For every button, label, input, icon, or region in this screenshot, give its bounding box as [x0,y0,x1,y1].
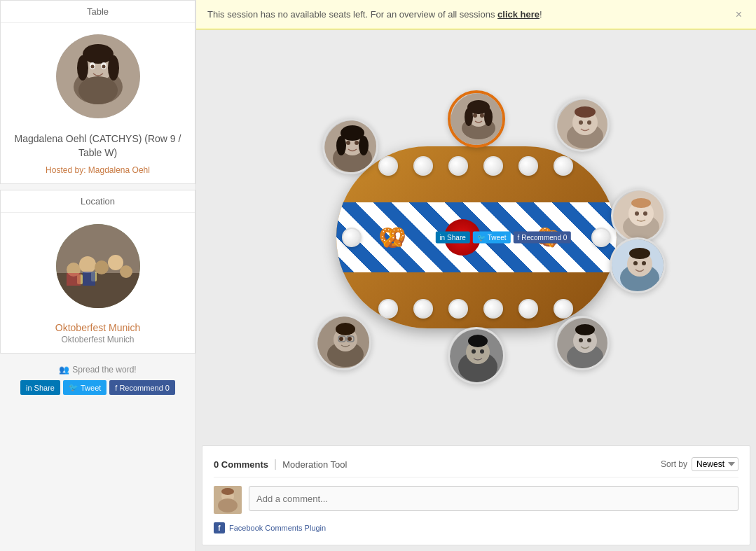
svg-point-53 [336,323,355,335]
person-avatar-top-left [322,118,378,174]
svg-point-26 [465,108,473,126]
person-avatar-far-right [611,188,666,243]
comment-user-avatar-image [214,486,242,514]
table-twitter-button[interactable]: 🐦 Tweet [473,232,511,244]
moderation-tool-link[interactable]: Moderation Tool [282,459,347,470]
location-image [56,224,140,308]
comment-input[interactable] [249,486,738,511]
plate [378,299,398,319]
twitter-icon: 🐦 [477,234,486,242]
plate [518,299,538,319]
spread-section: 👥 Spread the word! [0,359,195,380]
svg-point-34 [579,120,583,125]
location-avatar-container [1,213,195,319]
comment-user-avatar [214,486,242,514]
svg-point-81 [221,488,234,495]
svg-point-69 [579,338,583,342]
facebook-plugin-link[interactable]: Facebook Comments Plugin [229,524,326,532]
hosted-by: Hosted by: Magdalena Oehl [1,162,195,183]
svg-point-76 [633,261,638,265]
location-avatar [56,224,140,308]
person-avatar-bottom-center [448,327,505,384]
svg-point-4 [77,55,88,81]
svg-point-40 [635,211,639,216]
svg-point-33 [575,106,596,118]
sidebar-tweet-label: Tweet [81,384,101,392]
pretzel-left: 🥨 [378,224,406,251]
notification-message: This session has no available seats left… [207,9,497,20]
person-avatar-top-right [555,97,610,152]
svg-rect-20 [67,273,81,286]
person-face-6 [450,329,505,384]
notification-close-button[interactable]: × [733,8,745,21]
person-face-5 [317,316,371,370]
spread-icon: 👥 [59,365,69,375]
svg-point-70 [587,338,591,342]
svg-point-35 [587,120,591,125]
sort-by-label: Sort by [661,459,687,469]
sidebar-location-section: Location [0,190,195,354]
svg-point-28 [473,113,477,118]
comments-header: 0 Comments | Moderation Tool Sort by New… [214,457,738,477]
linkedin-icon: in [26,384,32,392]
facebook-plugin: f Facebook Comments Plugin [214,522,738,533]
plate [448,299,468,319]
sort-select[interactable]: Newest Oldest Best [692,457,738,471]
svg-point-27 [484,108,493,126]
notification-text: This session has no available seats left… [207,9,542,20]
person-avatar-top-center [448,90,505,148]
svg-rect-21 [83,272,95,286]
table-facebook-button[interactable]: f Recommend 0 [513,232,571,244]
svg-point-5 [108,55,119,81]
person-avatar-bottom-far-right [610,237,666,293]
comments-divider: | [274,458,277,470]
person-face-4 [324,120,378,174]
sidebar-avatar-container [1,23,195,130]
svg-point-55 [348,337,352,341]
comments-section: 0 Comments | Moderation Tool Sort by New… [202,445,750,545]
sidebar: Table [0,0,196,551]
sidebar-table-section: Table [0,0,195,184]
sidebar-facebook-button[interactable]: f Recommend 0 [109,380,175,395]
svg-point-9 [102,65,105,69]
person-avatar-bottom-right [555,316,610,370]
svg-point-49 [355,141,359,145]
svg-point-10 [78,76,118,104]
sidebar-table-title: Table [1,1,195,23]
person-face-2 [557,99,610,152]
svg-point-62 [468,335,488,347]
host-avatar-image [56,34,140,118]
comments-count: 0 Comments [214,459,268,470]
svg-point-68 [575,324,595,335]
sidebar-social-buttons: in Share 🐦 Tweet f Recommend 0 [0,380,195,403]
sidebar-twitter-button[interactable]: 🐦 Tweet [63,380,106,395]
facebook-icon: f [517,234,519,242]
sidebar-share-label: Share [34,384,55,392]
svg-point-46 [336,136,346,155]
svg-point-14 [79,256,96,273]
twitter-icon: 🐦 [69,383,78,392]
svg-point-75 [629,248,650,259]
plate [413,156,433,176]
avatar [56,34,140,118]
svg-point-80 [218,498,238,512]
plate [342,228,362,247]
sidebar-location-title: Location [1,190,195,213]
svg-point-64 [480,349,484,354]
sidebar-linkedin-button[interactable]: in Share [20,380,60,395]
location-sub: Oktoberfest Munich [1,335,195,353]
table-share-bar: in Share 🐦 Tweet f Recommend 0 [435,232,571,244]
person-face-8 [612,239,666,293]
table-linkedin-button[interactable]: in Share [435,232,469,244]
svg-point-39 [631,198,651,208]
svg-point-54 [339,337,343,341]
plate [591,228,611,247]
notification-link[interactable]: click here [497,9,539,20]
svg-point-29 [480,113,484,118]
plate [554,299,573,319]
svg-point-48 [346,141,350,145]
svg-point-16 [108,255,123,270]
comments-header-left: 0 Comments | Moderation Tool [214,458,347,470]
main-content: This session has no available seats left… [196,0,756,551]
svg-point-3 [83,44,114,64]
